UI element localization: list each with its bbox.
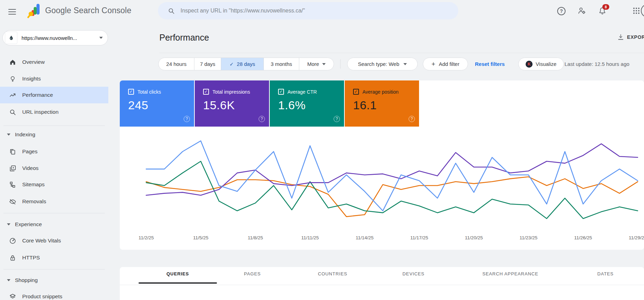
sidebar-item-performance[interactable]: Performance xyxy=(0,87,108,103)
tab-queries[interactable]: QUERIES xyxy=(167,271,189,276)
magnifier-icon xyxy=(9,109,16,116)
page-title: Performance xyxy=(159,33,209,43)
range-24-hours[interactable]: 24 hours xyxy=(159,58,194,70)
range-7-days[interactable]: 7 days xyxy=(194,58,221,70)
sidebar-section-indexing[interactable]: Indexing xyxy=(0,126,108,143)
search-console-logo-icon xyxy=(27,3,42,18)
metric-checkbox[interactable]: ✓ xyxy=(353,89,359,95)
app-title: Google Search Console xyxy=(45,6,131,15)
help-icon[interactable]: ? xyxy=(409,116,415,122)
performance-chart-card: ✓ Total clicks 245 ? ✓ Total impressions… xyxy=(120,80,644,250)
metric-value: 1.6% xyxy=(278,98,306,112)
x-axis-tick-label: 11/11/25 xyxy=(301,235,319,240)
sidebar-item-pages[interactable]: Pages xyxy=(0,143,108,160)
notification-count-badge: 8 xyxy=(602,4,609,10)
metric-value: 15.6K xyxy=(203,98,235,112)
divider xyxy=(120,285,644,285)
sidebar-section-experience[interactable]: Experience xyxy=(0,216,108,233)
pages-copy-icon xyxy=(9,148,16,155)
metric-value: 245 xyxy=(128,98,148,112)
visualize-button[interactable]: K Visualize xyxy=(518,58,564,70)
help-icon[interactable]: ? xyxy=(557,7,566,15)
chart-line-total-clicks xyxy=(146,141,638,211)
metric-checkbox[interactable]: ✓ xyxy=(203,89,209,95)
sidebar-item-sitemaps[interactable]: Sitemaps xyxy=(0,176,108,193)
sidebar-section-shopping[interactable]: Shopping xyxy=(0,272,108,289)
property-selector[interactable]: https://www.nuvowelln... xyxy=(2,30,108,45)
chevron-down-icon xyxy=(99,37,103,39)
divider xyxy=(3,126,105,126)
menu-hamburger-icon[interactable] xyxy=(8,7,16,16)
performance-line-chart[interactable]: 11/2/2511/5/2511/8/2511/11/2511/14/2511/… xyxy=(120,127,644,250)
sidebar-item-product-snippets[interactable]: Product snippets xyxy=(0,288,108,300)
export-button[interactable]: EXPORT xyxy=(617,34,644,41)
help-icon[interactable]: ? xyxy=(184,116,190,122)
x-axis-tick-label: 11/23/25 xyxy=(519,235,537,240)
metric-value: 16.1 xyxy=(353,98,377,112)
range-28-days[interactable]: ✓ 28 days xyxy=(221,58,264,70)
speedometer-icon xyxy=(9,237,16,245)
search-type-dropdown[interactable]: Search type: Web xyxy=(347,58,418,70)
x-axis-tick-label: 11/8/25 xyxy=(248,235,263,240)
notifications-bell-icon[interactable]: 8 xyxy=(598,7,607,15)
search-input[interactable] xyxy=(180,7,424,14)
collapse-caret-icon xyxy=(7,223,10,225)
dimensions-tabs-card: QUERIES PAGES COUNTRIES DEVICES SEARCH A… xyxy=(120,267,644,300)
search-icon xyxy=(168,7,175,15)
tab-devices[interactable]: DEVICES xyxy=(402,271,424,276)
collapse-caret-icon xyxy=(7,279,10,281)
keywords-extension-icon: K xyxy=(526,61,533,68)
video-library-icon xyxy=(9,165,16,172)
x-axis-tick-label: 11/5/25 xyxy=(193,235,208,240)
divider xyxy=(3,213,105,213)
manage-users-icon[interactable] xyxy=(578,7,586,15)
metric-card-average-ctr[interactable]: ✓ Average CTR 1.6% ? xyxy=(270,80,344,127)
account-avatar[interactable] xyxy=(641,4,644,17)
google-apps-grid-icon[interactable] xyxy=(632,7,641,15)
divider xyxy=(3,269,105,269)
chevron-down-icon xyxy=(322,63,326,65)
reset-filters-link[interactable]: Reset filters xyxy=(475,61,505,67)
sidebar-item-videos[interactable]: Videos xyxy=(0,160,108,177)
sidebar-item-removals[interactable]: Removals xyxy=(0,193,108,210)
x-axis-tick-label: 11/17/25 xyxy=(410,235,428,240)
metric-checkbox[interactable]: ✓ xyxy=(278,89,284,95)
active-tab-indicator xyxy=(139,282,217,284)
metric-checkbox[interactable]: ✓ xyxy=(128,89,134,95)
x-axis-tick-label: 11/14/25 xyxy=(356,235,374,240)
help-icon[interactable]: ? xyxy=(334,116,340,122)
tab-search-appearance[interactable]: SEARCH APPEARANCE xyxy=(482,271,538,276)
chart-line-average-position xyxy=(146,177,638,217)
tab-pages[interactable]: PAGES xyxy=(244,271,261,276)
trending-up-icon xyxy=(9,92,16,99)
check-icon: ✓ xyxy=(229,61,234,67)
divider xyxy=(159,53,644,53)
x-axis-tick-label: 11/29/25 xyxy=(629,235,644,240)
x-axis-tick-label: 11/20/25 xyxy=(465,235,483,240)
range-3-months[interactable]: 3 months xyxy=(264,58,299,70)
sidebar-item-url-inspection[interactable]: URL inspection xyxy=(0,104,108,120)
eye-off-icon xyxy=(9,198,16,205)
metric-card-average-position[interactable]: ✓ Average position 16.1 ? xyxy=(345,80,419,127)
x-axis-tick-label: 11/2/25 xyxy=(139,235,154,240)
range-more-dropdown[interactable]: More xyxy=(299,58,334,70)
layers-icon xyxy=(9,293,16,300)
tab-dates[interactable]: DATES xyxy=(597,271,614,276)
metric-card-total-impressions[interactable]: ✓ Total impressions 15.6K ? xyxy=(195,80,269,127)
home-icon xyxy=(9,59,16,66)
add-filter-button[interactable]: + Add filter xyxy=(423,58,468,70)
lightbulb-icon xyxy=(9,75,16,83)
tab-countries[interactable]: COUNTRIES xyxy=(318,271,348,276)
sidebar-item-https[interactable]: HTTPS xyxy=(0,249,108,266)
sitemap-tree-icon xyxy=(9,181,16,188)
property-url: https://www.nuvowelln... xyxy=(22,35,99,41)
metric-card-total-clicks[interactable]: ✓ Total clicks 245 ? xyxy=(120,80,194,127)
sidebar-item-core-web-vitals[interactable]: Core Web Vitals xyxy=(0,232,108,249)
download-icon xyxy=(617,34,624,41)
help-icon[interactable]: ? xyxy=(259,116,265,122)
sidebar-item-overview[interactable]: Overview xyxy=(0,54,108,70)
chart-line-average-ctr xyxy=(146,161,638,218)
sidebar-item-insights[interactable]: Insights xyxy=(0,70,108,87)
url-inspect-searchbar[interactable] xyxy=(158,2,458,19)
last-update-text: Last update: 12.5 hours ago xyxy=(564,61,629,67)
